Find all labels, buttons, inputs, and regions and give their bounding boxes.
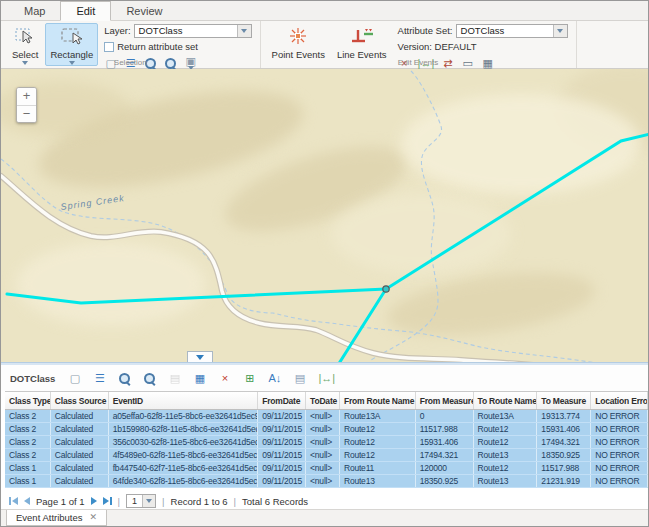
select-records-icon[interactable]: ▢ [68,372,81,385]
attribute-set-combobox-caret-icon[interactable] [553,25,567,37]
tab-map[interactable]: Map [9,2,60,20]
table-body: Class 2Calculateda05effa0-62f8-11e5-8bc6… [5,410,648,488]
table-cell: 17494.321 [537,436,591,448]
ribbon: Select Rectangle Layer: DOTClass [1,21,648,69]
table-cell: 15931.406 [416,436,474,448]
line-events-icon [349,26,375,48]
map-zoom-control: + − [16,87,37,123]
column-header[interactable]: ToDate [306,392,340,409]
table-cell: 1b159980-62f8-11e5-8bc6-ee32641d5ec9 [109,423,259,435]
table-cell: Class 2 [5,423,51,435]
record-range-text: Record 1 to 6 [171,496,228,507]
panel-toolbar: DOTClass ▢☰▤▦×⊞A↓▤|↔| [1,365,648,391]
table-cell: Class 2 [5,410,51,422]
selection-group: Select Rectangle Layer: DOTClass [1,21,261,68]
layer-combobox-caret-icon[interactable] [237,25,251,37]
table-cell: 11517.988 [416,423,474,435]
table-row[interactable]: Class 1Calculated64fde340-62f8-11e5-8bc6… [5,475,648,488]
sort-ascending-icon[interactable]: A↓ [268,372,281,385]
column-header[interactable]: From Measure [416,392,474,409]
column-header[interactable]: Class Type [5,392,51,409]
column-header[interactable]: FromDate [258,392,306,409]
table-row[interactable]: Class 2Calculated356c0030-62f8-11e5-8bc6… [5,436,648,449]
table-cell: Calculated [51,423,109,435]
measure-ranges-icon[interactable]: |↔| [318,372,335,385]
page-number-caret-icon[interactable] [142,495,155,507]
events-table: Class TypeClass SourceEventIDFromDateToD… [1,391,648,488]
separator: | [162,496,164,507]
zoom-out-button[interactable]: − [17,105,36,122]
delete-events-icon[interactable]: × [218,372,231,385]
point-events-button[interactable]: Point Events [267,23,330,61]
separator: | [118,496,120,507]
add-record-icon[interactable]: ⊞ [243,372,256,385]
table-cell: Route13A [340,410,416,422]
creek-name-label: Spring Creek [60,193,125,212]
pan-to-events-icon[interactable] [143,372,156,385]
event-editor-window: Map Edit Review Select [0,0,649,527]
tab-event-attributes[interactable]: Event Attributes ✕ [6,510,107,526]
selection-group-label: Selection [1,58,260,67]
table-cell: 11517.988 [537,462,591,474]
table-cell: 15931.406 [537,423,591,435]
next-page-button[interactable] [91,497,97,505]
table-cell: 64fde340-62f8-11e5-8bc6-ee32641d5ec9 [109,475,259,487]
save-edits-icon[interactable]: ▤ [168,372,181,385]
table-row[interactable]: Class 2Calculated4f5489e0-62f8-11e5-8bc6… [5,449,648,462]
tab-review[interactable]: Review [111,2,177,20]
route-junction-marker[interactable] [383,286,389,292]
table-cell: 09/11/2015 [258,423,306,435]
table-cell: Route13A [474,410,538,422]
table-cell: Route13 [474,449,538,461]
zoom-in-button[interactable]: + [17,88,36,105]
table-cell: NO ERROR [591,410,648,422]
table-cell: <null> [306,475,340,487]
table-cell: Calculated [51,462,109,474]
table-cell: Route13 [340,475,416,487]
column-header[interactable]: EventID [109,392,259,409]
close-tab-icon[interactable]: ✕ [90,513,98,522]
column-header[interactable]: To Measure [537,392,591,409]
last-page-button[interactable] [103,497,112,505]
table-cell: Class 2 [5,449,51,461]
table-cell: <null> [306,449,340,461]
column-header[interactable]: Class Source [51,392,109,409]
column-header[interactable]: Location Error [591,392,648,409]
page-status-text: Page 1 of 1 [36,496,85,507]
table-cell: fb447540-62f7-11e5-8bc6-ee32641d5ec9 [109,462,259,474]
attribute-set-combobox[interactable]: DOTClass [456,24,568,38]
table-cell: <null> [306,410,340,422]
table-cell: 09/11/2015 [258,449,306,461]
table-cell: 0 [416,410,474,422]
collapse-arrow-icon [196,355,204,360]
tab-edit[interactable]: Edit [60,1,111,21]
previous-page-button[interactable] [24,497,30,505]
column-header[interactable]: From Route Name [340,392,416,409]
page-number-dropdown[interactable]: 1 [126,494,156,508]
table-row[interactable]: Class 2Calculateda05effa0-62f8-11e5-8bc6… [5,410,648,423]
return-attribute-set-checkbox[interactable] [104,42,114,52]
table-cell: NO ERROR [591,462,648,474]
column-header[interactable]: To Route Name [474,392,538,409]
point-events-icon [285,26,311,48]
copy-records-icon[interactable]: ▤ [293,372,306,385]
panel-collapse-button[interactable] [187,351,213,362]
table-cell: Class 1 [5,462,51,474]
line-events-button[interactable]: Line Events [332,23,392,61]
event-attributes-tab-label: Event Attributes [16,512,83,523]
attribute-set-label: Attribute Set: [398,25,453,36]
zoom-to-events-icon[interactable] [118,372,131,385]
table-row[interactable]: Class 2Calculated1b159980-62f8-11e5-8bc6… [5,423,648,436]
table-cell: NO ERROR [591,449,648,461]
table-cell: <null> [306,436,340,448]
rectangle-select-icon [60,26,84,48]
table-row[interactable]: Class 1Calculatedfb447540-62f7-11e5-8bc6… [5,462,648,475]
first-page-button[interactable] [9,497,18,505]
attribute-grid-icon[interactable]: ▦ [193,372,206,385]
table-cell: 120000 [416,462,474,474]
table-cell: NO ERROR [591,436,648,448]
map-viewport[interactable]: Spring Creek + − [1,69,648,362]
layer-combobox[interactable]: DOTClass [134,24,252,38]
options-menu-icon[interactable]: ☰ [93,372,106,385]
panel-title: DOTClass [10,373,55,384]
